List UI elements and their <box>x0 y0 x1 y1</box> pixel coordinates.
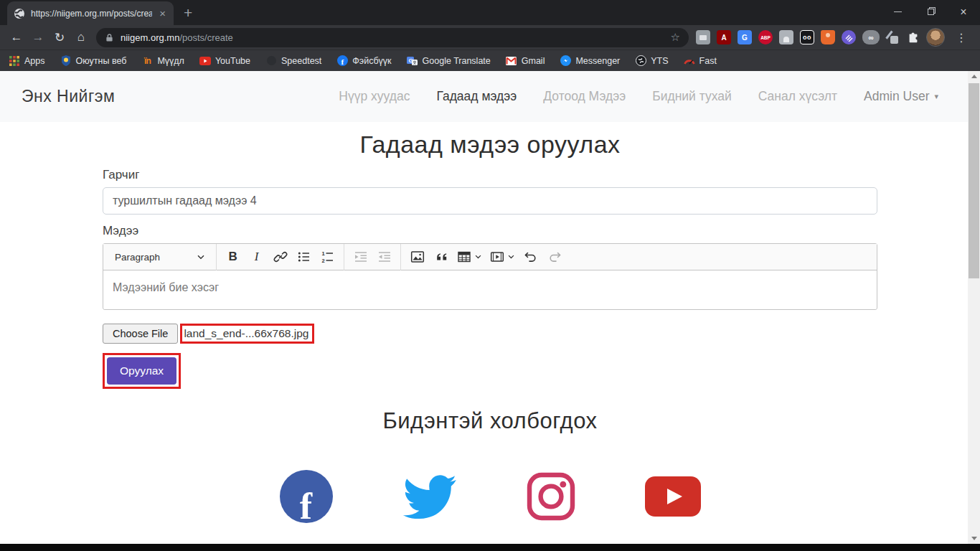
title-label: Гарчиг <box>103 168 877 182</box>
browser-menu-icon[interactable]: ⋮ <box>951 31 971 44</box>
bookmark-label: Оюутны веб <box>76 56 127 66</box>
bold-button[interactable]: B <box>221 248 245 266</box>
footer-heading: Бидэнтэй холбогдох <box>0 408 980 434</box>
bookmark-gmail[interactable]: Gmail <box>506 55 545 67</box>
bookmark-star-icon[interactable]: ☆ <box>671 31 680 44</box>
insert-media-button[interactable] <box>486 248 519 266</box>
bookmark-fast[interactable]: Fast <box>684 55 717 67</box>
bookmark-apps[interactable]: Apps <box>9 55 45 67</box>
extension-acrobat-icon[interactable]: A <box>717 30 731 44</box>
nav-domestic-news[interactable]: Дотоод Мэдээ <box>543 89 626 104</box>
selected-file-name: land_s_end-...66x768.jpg <box>184 327 308 339</box>
outdent-button[interactable] <box>372 248 396 266</box>
bookmark-speedtest[interactable]: Speedtest <box>265 55 321 67</box>
bookmark-moodle[interactable]: ïn Мүүдл <box>141 55 184 67</box>
extension-clipboard-icon[interactable] <box>696 30 710 44</box>
window-restore-button[interactable] <box>914 0 947 24</box>
submit-annotation-box: Оруулах <box>103 353 181 389</box>
home-button[interactable]: ⌂ <box>70 27 92 47</box>
window-close-button[interactable]: × <box>947 0 980 24</box>
address-bar[interactable]: niigem.org.mn/posts/create ☆ <box>96 28 689 47</box>
extension-pen-icon[interactable] <box>886 30 900 44</box>
extension-orange-icon[interactable] <box>821 30 835 44</box>
social-links-row: f <box>0 470 980 523</box>
extension-translate-icon[interactable]: G <box>738 30 752 44</box>
window-minimize-button[interactable] <box>881 0 914 24</box>
instagram-link-icon[interactable] <box>527 472 575 521</box>
nav-feedback[interactable]: Санал хүсэлт <box>758 89 837 104</box>
bookmark-label: YTS <box>651 56 668 66</box>
chevron-down-icon <box>508 255 514 259</box>
nav-home[interactable]: Нүүр хуудас <box>339 89 410 104</box>
block-quote-button[interactable] <box>429 248 453 266</box>
extensions-puzzle-icon[interactable] <box>907 31 920 44</box>
nav-foreign-news[interactable]: Гадаад мэдээ <box>436 89 517 104</box>
fast-gauge-icon <box>684 55 695 67</box>
site-brand[interactable]: Энх Нийгэм <box>22 87 115 106</box>
page-scrollbar[interactable] <box>968 71 980 544</box>
back-button[interactable]: ← <box>6 27 27 47</box>
window-controls: × <box>881 0 980 24</box>
insert-image-button[interactable] <box>405 248 429 266</box>
nav-admin-user-dropdown[interactable]: Admin User ▾ <box>864 89 938 104</box>
youtube-link-icon[interactable] <box>645 476 701 517</box>
undo-button[interactable] <box>519 248 542 266</box>
bookmark-facebook[interactable]: f Фэйсбүүк <box>336 55 391 67</box>
paragraph-dropdown-label: Paragraph <box>115 252 160 263</box>
editor-content[interactable]: Мэдээний бие хэсэг <box>103 270 877 309</box>
toolbar-separator <box>344 244 344 270</box>
minimize-icon <box>894 11 902 12</box>
bookmark-yts[interactable]: YTS <box>635 55 668 67</box>
toolbar-separator <box>400 244 401 270</box>
extensions-row: A G ABP oo ∞ ⋮ <box>693 28 974 47</box>
indent-button[interactable] <box>349 248 372 266</box>
new-tab-button[interactable]: + <box>184 4 192 22</box>
extension-infinity-icon[interactable]: ∞ <box>862 30 880 44</box>
reload-button[interactable]: ↻ <box>49 27 70 47</box>
title-input[interactable] <box>103 187 877 215</box>
insert-table-button[interactable] <box>453 248 486 266</box>
scrollbar-down-arrow[interactable] <box>968 533 980 544</box>
url-host: niigem.org.mn <box>121 32 179 43</box>
moodle-icon: ïn <box>141 55 153 67</box>
paragraph-dropdown[interactable]: Paragraph <box>108 244 212 270</box>
restore-icon <box>928 9 934 15</box>
globe-favicon-icon <box>14 8 25 19</box>
forward-button[interactable]: → <box>27 27 49 47</box>
url-path: /posts/create <box>179 32 232 43</box>
bulleted-list-button[interactable] <box>292 248 316 266</box>
svg-text:1: 1 <box>321 250 324 257</box>
nav-about-us[interactable]: Бидний тухай <box>652 89 732 104</box>
scrollbar-up-arrow[interactable] <box>968 71 980 82</box>
browser-tab-strip: https://niigem.org.mn/posts/crea × + × <box>0 0 980 25</box>
extension-person-icon[interactable] <box>779 30 793 44</box>
browser-tab[interactable]: https://niigem.org.mn/posts/crea × <box>7 1 174 25</box>
rich-text-editor: Paragraph B I 12 <box>103 243 877 310</box>
extension-glasses-icon[interactable]: oo <box>800 30 814 44</box>
google-translate-icon: G <box>407 55 418 67</box>
bookmark-oyutny-web[interactable]: Оюутны веб <box>60 55 127 67</box>
link-button[interactable] <box>268 248 292 266</box>
lock-icon <box>105 33 114 42</box>
bookmark-messenger[interactable]: Messenger <box>560 55 620 67</box>
extension-striped-circle-icon[interactable] <box>842 30 856 44</box>
italic-button[interactable]: I <box>245 248 268 266</box>
extension-adblock-plus-icon[interactable]: ABP <box>758 30 773 44</box>
scrollbar-thumb[interactable] <box>969 83 979 278</box>
numbered-list-button[interactable]: 12 <box>316 248 339 266</box>
tab-close-icon[interactable]: × <box>158 8 167 19</box>
admin-user-label: Admin User <box>864 89 929 104</box>
caret-down-icon: ▾ <box>934 92 938 101</box>
redo-button[interactable] <box>542 248 566 266</box>
bookmarks-bar: Apps Оюутны веб ïn Мүүдл YouTube Speedte… <box>0 50 980 71</box>
post-create-form: Гарчиг Мэдээ Paragraph B I <box>103 168 877 389</box>
submit-button[interactable]: Оруулах <box>107 357 176 385</box>
bookmark-youtube[interactable]: YouTube <box>199 55 250 67</box>
choose-file-button[interactable]: Choose File <box>103 324 178 344</box>
profile-avatar[interactable] <box>926 28 945 47</box>
bookmark-label: Gmail <box>522 56 545 66</box>
facebook-link-icon[interactable]: f <box>280 470 333 523</box>
bookmark-google-translate[interactable]: G Google Translate <box>407 55 491 67</box>
bookmark-label: Fast <box>699 56 717 66</box>
twitter-link-icon[interactable] <box>402 474 457 519</box>
